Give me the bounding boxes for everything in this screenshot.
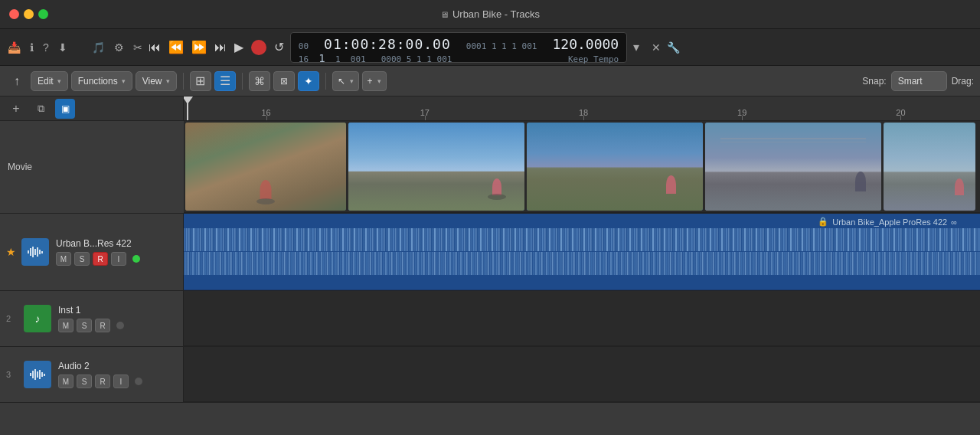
plus-icon: + (368, 76, 373, 87)
svg-rect-5 (39, 250, 41, 254)
svg-rect-1 (30, 248, 31, 256)
mute-button-1[interactable]: M (56, 252, 71, 266)
wrench-icon[interactable]: 🔧 (667, 41, 680, 54)
maximize-button[interactable] (38, 9, 48, 19)
svg-rect-2 (32, 247, 34, 257)
record-button[interactable] (251, 40, 266, 55)
skip-back-button[interactable]: ⏮ (149, 41, 161, 54)
record-button-1[interactable]: R (93, 252, 108, 266)
svg-rect-13 (44, 374, 45, 376)
tracks-panel-header: + ⧉ ▣ (0, 96, 184, 120)
svg-rect-9 (34, 369, 36, 380)
track-name-2: Inst 1 (58, 305, 177, 316)
info-icon[interactable]: ℹ (30, 41, 34, 54)
list-view-button[interactable]: ☰ (214, 71, 236, 91)
download-icon[interactable]: ⬇ (58, 41, 67, 54)
solo-button-1[interactable]: S (74, 252, 90, 266)
video-clip-4[interactable] (705, 123, 881, 211)
window-controls-right: ✕ 🔧 (652, 41, 680, 54)
video-clips-container (184, 121, 977, 212)
audio-waveform (184, 225, 980, 278)
timeline-area: + ⧉ ▣ 16 17 18 19 20 Movie (0, 96, 980, 435)
add-mode-select[interactable]: + ▾ (362, 71, 387, 91)
up-arrow-button[interactable]: ↑ (6, 70, 28, 92)
minimize-button[interactable] (24, 9, 34, 19)
separator-3 (325, 73, 326, 90)
timeline-header-row: + ⧉ ▣ 16 17 18 19 20 (0, 96, 980, 121)
audio2-timeline (184, 347, 980, 402)
snap-select[interactable]: Smart Bar Beat Division Ticks None (891, 71, 947, 91)
close-button[interactable] (9, 9, 19, 19)
lcd-display: 00 01:00:28:00.00 0001 1 1 1 001 120.000… (290, 32, 627, 63)
track-led-3 (135, 378, 142, 385)
track-number-2: 2 (6, 314, 18, 323)
title-bar: 🖥 Urban Bike - Tracks (0, 0, 980, 29)
functions-chevron-icon: ▾ (122, 77, 126, 85)
cycle-button[interactable]: ↺ (274, 40, 284, 54)
audio2-track-info: 3 Audio 2 (0, 347, 184, 402)
add-track-button[interactable]: + (6, 99, 26, 119)
input-button-3[interactable]: I (113, 374, 129, 388)
track-controls-3: M S R I (58, 374, 177, 388)
separator-1 (183, 73, 184, 90)
help-icon[interactable]: ? (43, 41, 49, 54)
functions-label: Functions (78, 76, 118, 87)
toolbar: ↑ Edit ▾ Functions ▾ View ▾ ⊞ ☰ ⌘ ⊠ ✦ ↖ … (0, 66, 980, 96)
duplicate-track-button[interactable]: ⧉ (31, 99, 51, 119)
audio-prores-row: ★ Urban B...Res 422 (0, 214, 980, 291)
record-button-3[interactable]: R (95, 374, 110, 388)
video-clip-3[interactable] (527, 123, 703, 211)
record-button-2[interactable]: R (95, 319, 110, 332)
pointer-tool-button[interactable]: ✦ (298, 71, 319, 91)
traffic-lights[interactable] (9, 9, 48, 19)
track-view-toggle[interactable]: ▣ (55, 99, 75, 119)
ruler-mark-16: 16 (187, 108, 345, 117)
timeline-tracks[interactable]: Movie (0, 121, 980, 435)
play-button[interactable]: ▶ (234, 40, 243, 54)
mute-button-3[interactable]: M (58, 374, 74, 388)
grid-view-button[interactable]: ⊞ (190, 71, 211, 91)
transport-bar: 📥 ℹ ? ⬇ 🎵 ⚙ ✂ ⏮ ⏪ ⏩ ⏭ ▶ ↺ 00 01:00:28:00… (0, 29, 980, 66)
edit-label: Edit (38, 76, 54, 87)
solo-button-3[interactable]: S (77, 374, 92, 388)
ruler-mark-17: 17 (345, 108, 504, 117)
transport-controls: ⏮ ⏪ ⏩ ⏭ ▶ ↺ (149, 40, 284, 55)
lcd-tempo-label: Keep Tempo (568, 54, 619, 64)
metronome-icon[interactable]: 🎵 (92, 41, 105, 54)
video-clip-1[interactable] (185, 123, 346, 211)
audio2-icon (24, 361, 51, 388)
inbox-icon[interactable]: 📥 (8, 41, 21, 54)
functions-menu-button[interactable]: Functions ▾ (71, 71, 132, 91)
ruler-mark-18: 18 (504, 108, 662, 117)
skip-end-button[interactable]: ⏭ (214, 41, 227, 54)
ruler-mark-20: 20 (822, 108, 980, 117)
snap-area: Snap: Smart Bar Beat Division Ticks None… (862, 71, 974, 91)
audio-track-info: ★ Urban B...Res 422 (0, 214, 184, 290)
svg-rect-7 (30, 373, 31, 376)
svg-rect-8 (32, 371, 34, 378)
fast-forward-button[interactable]: ⏩ (191, 40, 207, 54)
view-menu-button[interactable]: View ▾ (136, 71, 177, 91)
input-button-1[interactable]: I (111, 252, 126, 266)
track-led-1 (132, 255, 140, 263)
svg-rect-11 (39, 370, 41, 379)
lcd-beat-sub: 0000 5 1 1 001 (381, 54, 452, 64)
edit-menu-button[interactable]: Edit ▾ (31, 71, 68, 91)
cursor-mode-select[interactable]: ↖ ▾ (332, 71, 359, 91)
crosshair-tool-button[interactable]: ⊠ (273, 71, 295, 91)
video-clip-5[interactable] (884, 123, 975, 211)
scissors-icon[interactable]: ✂ (133, 41, 142, 54)
solo-button-2[interactable]: S (77, 319, 92, 332)
rewind-button[interactable]: ⏪ (168, 40, 184, 54)
mixer-icon[interactable]: ⚙ (114, 41, 124, 54)
mute-button-2[interactable]: M (58, 319, 74, 332)
magnet-tool-button[interactable]: ⌘ (249, 71, 270, 91)
ruler-marks: 16 17 18 19 20 (184, 108, 980, 117)
inst1-icon: ♪ (24, 305, 51, 332)
lcd-expand-button[interactable]: ▾ (633, 40, 639, 54)
movie-track-row: Movie (0, 121, 980, 214)
close-small-icon[interactable]: ✕ (652, 41, 661, 54)
lcd-tempo-value: 120.0000 (552, 36, 619, 52)
movie-timeline (184, 121, 980, 213)
video-clip-2[interactable] (348, 123, 524, 211)
